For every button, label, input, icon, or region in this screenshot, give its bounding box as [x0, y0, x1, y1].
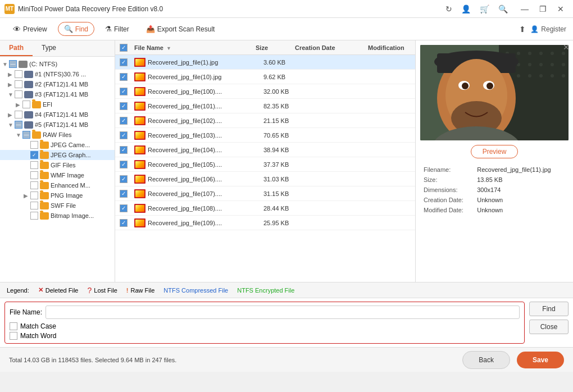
tree-item[interactable]: Bitmap Image...	[0, 211, 115, 221]
col-size[interactable]: Size	[256, 44, 295, 51]
tree-label: JPEG Came...	[51, 142, 90, 148]
find-button[interactable]: 🔍 Find	[58, 22, 94, 36]
file-name-input[interactable]	[46, 306, 520, 319]
preview-image-button[interactable]: Preview	[471, 145, 519, 158]
row-checkbox[interactable]: ✓	[115, 219, 132, 227]
row-checkbox[interactable]: ✓	[115, 161, 132, 168]
people-icon[interactable]: 👤	[461, 4, 471, 13]
col-creation-date[interactable]: Creation Date	[295, 44, 368, 51]
tree-item[interactable]: JPEG Came...	[0, 140, 115, 150]
preview-button[interactable]: 👁 Preview	[7, 22, 53, 37]
file-row[interactable]: ✓ Recovered_jpg_file(100).... 32.00 KB	[115, 84, 415, 99]
tree-checkbox[interactable]	[30, 202, 38, 209]
row-checkbox[interactable]: ✓	[115, 73, 132, 81]
tree-item[interactable]: ▼ #3 (FAT12)1.41 MB	[0, 89, 115, 99]
match-word-row: Match Word	[10, 332, 520, 340]
tree-checkbox[interactable]	[15, 90, 22, 98]
file-row[interactable]: ✓ Recovered_jpg_file(106).... 31.03 KB	[115, 172, 415, 186]
tree-checkbox[interactable]: —	[22, 131, 30, 139]
cart-icon[interactable]: 🛒	[480, 4, 489, 13]
tree-item[interactable]: GIF Files	[0, 160, 115, 170]
row-checkbox[interactable]: ✓	[115, 131, 132, 139]
legend-bar: Legend: ✕ Deleted File ? Lost File ! Raw…	[0, 282, 573, 298]
tree-item[interactable]: ▶ #2 (FAT12)1.41 MB	[0, 79, 115, 89]
tree-checkbox[interactable]	[30, 192, 38, 199]
row-checkbox[interactable]: ✓	[115, 146, 132, 154]
tree-checkbox[interactable]	[30, 212, 38, 220]
jpg-icon	[135, 132, 144, 139]
file-row[interactable]: ✓ Recovered_jpg_file(108).... 28.44 KB	[115, 201, 415, 216]
file-type-indicator	[134, 160, 145, 169]
tree-item[interactable]: ▶ PNG Image	[0, 190, 115, 200]
maximize-button[interactable]: ❐	[535, 3, 551, 15]
export-button[interactable]: 📤 Export Scan Result	[140, 22, 221, 36]
file-row[interactable]: ✓ Recovered_jpg_file(107).... 31.15 KB	[115, 186, 415, 201]
tree-checkbox[interactable]	[30, 141, 38, 149]
svg-point-6	[551, 52, 554, 55]
save-button[interactable]: Save	[517, 352, 564, 368]
row-checkbox[interactable]: ✓	[115, 175, 132, 183]
row-checkbox[interactable]: ✓	[115, 190, 132, 198]
tree-item[interactable]: ▼ — (C: NTFS)	[0, 59, 115, 69]
file-row[interactable]: ✓ Recovered_jpg_file(109).... 25.95 KB	[115, 216, 415, 230]
tree-item[interactable]: ▶ EFI	[0, 99, 115, 110]
tree-checkbox[interactable]	[30, 161, 38, 169]
tree-checkbox[interactable]	[30, 181, 38, 189]
upload-icon[interactable]: ⬆	[519, 25, 526, 34]
tree-checkbox[interactable]	[15, 70, 22, 78]
row-checkbox[interactable]: ✓	[115, 88, 132, 95]
tree-checkbox[interactable]	[22, 101, 30, 108]
row-checkbox[interactable]: ✓	[115, 204, 132, 212]
file-name-text: Recovered_jpg_file(102)....	[148, 117, 261, 124]
match-word-checkbox[interactable]	[10, 332, 17, 340]
select-all-checkbox[interactable]: ✓	[115, 44, 132, 52]
tree-item[interactable]: ✓ JPEG Graph...	[0, 150, 115, 160]
tree-checkbox[interactable]	[30, 171, 38, 179]
folder-icon	[32, 131, 41, 139]
row-checkbox[interactable]: ✓	[115, 102, 132, 110]
expand-icon: ▶	[8, 81, 15, 88]
tree-checkbox[interactable]: ✓	[30, 151, 38, 159]
row-checkbox[interactable]: ✓	[115, 58, 132, 66]
search-icon[interactable]: 🔍	[498, 4, 508, 13]
match-case-checkbox[interactable]	[10, 322, 17, 330]
file-row[interactable]: ✓ Recovered_jpg_file(1).jpg 3.60 KB	[115, 55, 415, 70]
file-row[interactable]: ✓ Recovered_jpg_file(103).... 70.65 KB	[115, 128, 415, 143]
tree-checkbox[interactable]	[15, 111, 22, 118]
tree-checkbox[interactable]: —	[15, 121, 22, 129]
find-submit-button[interactable]: Find	[529, 302, 569, 316]
minimize-button[interactable]: —	[517, 3, 533, 15]
col-modification[interactable]: Modification	[368, 44, 407, 51]
register-button[interactable]: 👤 Register	[530, 25, 566, 33]
row-checkbox[interactable]: ✓	[115, 117, 132, 125]
close-preview-button[interactable]: ✕	[563, 43, 570, 52]
file-row[interactable]: ✓ Recovered_jpg_file(10).jpg 9.62 KB	[115, 70, 415, 84]
tree-item[interactable]: ▶ #1 (NTFS)30.76 ...	[0, 69, 115, 79]
col-file-name[interactable]: File Name ▼	[132, 44, 256, 51]
tree-item[interactable]: ▼ — #5 (FAT12)1.41 MB	[0, 120, 115, 130]
close-find-button[interactable]: Close	[529, 320, 569, 334]
file-row[interactable]: ✓ Recovered_jpg_file(105).... 37.37 KB	[115, 157, 415, 172]
file-row[interactable]: ✓ Recovered_jpg_file(102).... 21.15 KB	[115, 113, 415, 128]
tree-item[interactable]: ▶ #4 (FAT12)1.41 MB	[0, 110, 115, 120]
file-row[interactable]: ✓ Recovered_jpg_file(101).... 82.35 KB	[115, 99, 415, 113]
filter-button[interactable]: ⚗ Filter	[99, 22, 135, 36]
filter-icon: ⚗	[105, 25, 112, 33]
file-size-text: 82.35 KB	[263, 103, 303, 110]
tree-item[interactable]: ▼ — RAW Files	[0, 130, 115, 140]
tab-type[interactable]: Type	[33, 40, 65, 56]
file-type-indicator	[134, 131, 145, 140]
tab-path[interactable]: Path	[0, 40, 33, 56]
tree-item[interactable]: SWF File	[0, 200, 115, 211]
bottom-section: File Name: Match Case Match Word Find Cl…	[0, 298, 573, 347]
back-button[interactable]: Back	[462, 351, 510, 369]
tree-checkbox[interactable]: —	[9, 60, 17, 68]
file-row[interactable]: ✓ Recovered_jpg_file(104).... 38.94 KB	[115, 143, 415, 157]
tree-item[interactable]: Enhanced M...	[0, 180, 115, 190]
tree-checkbox[interactable]	[15, 80, 22, 88]
tree-item[interactable]: WMF Image	[0, 170, 115, 180]
svg-point-19	[562, 74, 565, 78]
file-size-text: 38.94 KB	[263, 147, 303, 153]
cycle-icon[interactable]: ↻	[445, 4, 452, 13]
close-button[interactable]: ✕	[553, 3, 569, 15]
